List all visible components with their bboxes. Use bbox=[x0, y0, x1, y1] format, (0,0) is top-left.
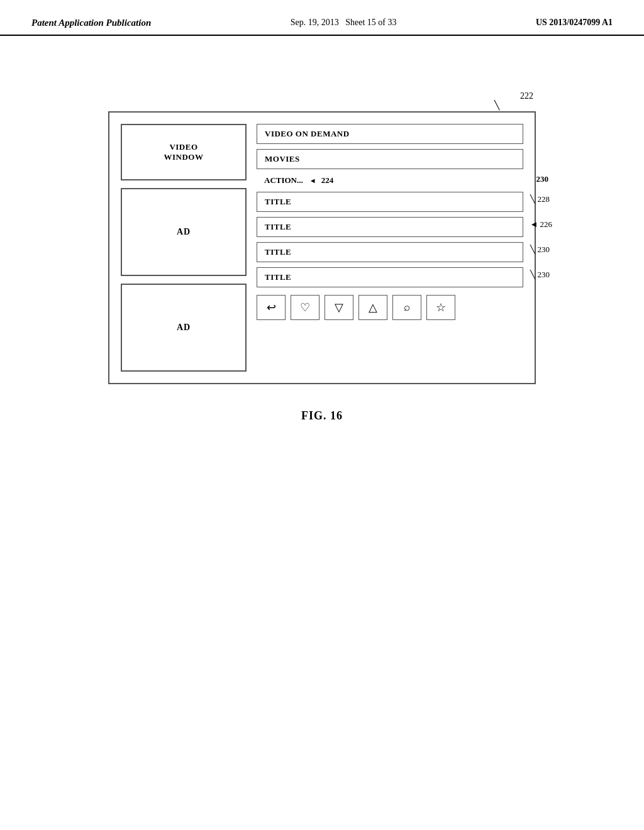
icon-up-triangle: △ bbox=[358, 295, 387, 320]
ad-box-1: AD bbox=[121, 188, 247, 276]
icon-row: ↩ ♡ ▽ △ ⌕ bbox=[257, 295, 523, 320]
ad-box-2: AD bbox=[121, 284, 247, 372]
title-item-4: TITLE bbox=[257, 267, 523, 287]
title-3-container: TITLE ╲ 230 bbox=[257, 242, 523, 262]
menu-item-vod: VIDEO ON DEMAND bbox=[257, 124, 523, 144]
ad-label-1: AD bbox=[177, 227, 191, 237]
ref-222-arrow: ╲ bbox=[494, 100, 499, 111]
title-item-2: TITLE bbox=[257, 217, 523, 237]
video-window-label: VIDEOWINDOW bbox=[164, 142, 204, 162]
main-content: 222 ╲ VIDEOWINDOW AD AD bbox=[0, 36, 644, 423]
ref-228-label: ╲ 228 bbox=[530, 194, 550, 204]
title-item-3: TITLE bbox=[257, 242, 523, 262]
ref-224-label: 224 bbox=[321, 175, 334, 185]
ref-230a-label: ╲ 230 bbox=[530, 245, 550, 255]
title-2-label: TITLE bbox=[265, 222, 291, 231]
title-4-label: TITLE bbox=[265, 272, 291, 282]
ui-diagram-box: VIDEOWINDOW AD AD VIDEO ON DEMAND bbox=[108, 111, 536, 384]
publication-date: Sep. 19, 2013 bbox=[291, 18, 339, 27]
patent-number: US 2013/0247099 A1 bbox=[536, 18, 613, 28]
ref-226-label: ◄ 226 bbox=[530, 219, 552, 230]
down-triangle-icon: ▽ bbox=[335, 301, 343, 314]
up-triangle-icon: △ bbox=[369, 301, 377, 314]
heart-icon: ♡ bbox=[300, 301, 310, 314]
figure-caption: FIG. 16 bbox=[301, 409, 343, 423]
sheet-info: Sheet 15 of 33 bbox=[345, 18, 396, 27]
header-center: Sep. 19, 2013 Sheet 15 of 33 bbox=[291, 18, 397, 28]
ui-content: VIDEOWINDOW AD AD VIDEO ON DEMAND bbox=[121, 124, 523, 372]
icon-down-triangle: ▽ bbox=[325, 295, 353, 320]
action-arrow: ◄ bbox=[309, 177, 316, 184]
action-line: ACTION... ◄ 224 230 bbox=[257, 174, 523, 187]
title-1-container: TITLE ╲ 228 bbox=[257, 192, 523, 212]
icon-star: ☆ bbox=[426, 295, 455, 320]
video-window-box: VIDEOWINDOW bbox=[121, 124, 247, 180]
menu-item-movies: MOVIES bbox=[257, 149, 523, 169]
title-item-1: TITLE bbox=[257, 192, 523, 212]
back-icon: ↩ bbox=[267, 301, 276, 314]
search-icon: ⌕ bbox=[404, 301, 410, 314]
title-4-container: TITLE ╲ 230 bbox=[257, 267, 523, 287]
star-icon: ☆ bbox=[436, 301, 446, 314]
left-column: VIDEOWINDOW AD AD bbox=[121, 124, 247, 372]
icon-heart: ♡ bbox=[291, 295, 319, 320]
action-label: ACTION... bbox=[264, 175, 303, 185]
title-2-container: TITLE ◄ 226 bbox=[257, 217, 523, 237]
movies-label: MOVIES bbox=[265, 154, 300, 163]
icon-search: ⌕ bbox=[392, 295, 421, 320]
publication-title: Patent Application Publication bbox=[31, 18, 151, 28]
page-header: Patent Application Publication Sep. 19, … bbox=[0, 0, 644, 36]
icon-back: ↩ bbox=[257, 295, 286, 320]
title-1-label: TITLE bbox=[265, 197, 291, 206]
ref-222-container: 222 bbox=[520, 91, 533, 101]
ref-230-action: 230 bbox=[536, 174, 549, 184]
diagram-wrapper: 222 ╲ VIDEOWINDOW AD AD bbox=[108, 111, 536, 384]
ad-label-2: AD bbox=[177, 323, 191, 333]
title-3-label: TITLE bbox=[265, 247, 291, 257]
right-column: VIDEO ON DEMAND MOVIES ACTION... ◄ 224 2… bbox=[257, 124, 523, 372]
ref-222-label: 222 bbox=[520, 91, 533, 101]
ref-230b-label: ╲ 230 bbox=[530, 270, 550, 280]
vod-label: VIDEO ON DEMAND bbox=[265, 129, 350, 138]
